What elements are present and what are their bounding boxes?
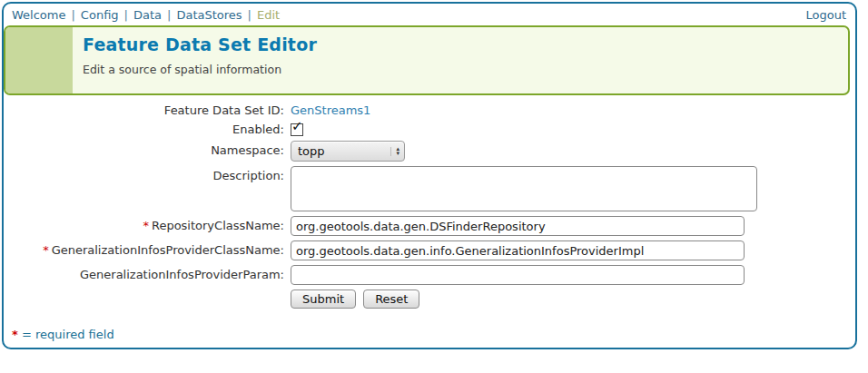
form-row-enabled: Enabled: ✓ xyxy=(4,122,855,136)
feature-data-set-id-label: Feature Data Set ID: xyxy=(4,103,291,117)
breadcrumb-separator: | xyxy=(71,8,74,22)
required-field-note: * = required field xyxy=(12,328,114,341)
breadcrumb-link-data[interactable]: Data xyxy=(133,8,162,22)
page-subtitle: Edit a source of spatial information xyxy=(83,63,317,76)
submit-button[interactable]: Submit xyxy=(291,290,356,309)
generalization-infos-provider-class-name-label-text: GeneralizationInfosProviderClassName: xyxy=(52,243,284,257)
feature-data-set-id-value: GenStreams1 xyxy=(291,103,370,117)
description-label: Description: xyxy=(4,166,291,182)
form-row-generalization-infos-provider-class-name: *GeneralizationInfosProviderClassName: xyxy=(4,240,855,260)
checkmark-icon: ✓ xyxy=(291,120,303,133)
breadcrumb: Welcome | Config | Data | DataStores | E… xyxy=(12,8,280,22)
required-asterisk: * xyxy=(12,328,18,341)
generalization-infos-provider-param-input[interactable] xyxy=(291,265,745,285)
form-row-namespace: Namespace: topp ▴ ▾ xyxy=(4,141,855,162)
form-row-feature-data-set-id: Feature Data Set ID: GenStreams1 xyxy=(4,103,855,117)
generalization-infos-provider-class-name-label: *GeneralizationInfosProviderClassName: xyxy=(4,240,291,257)
page-header-panel: Feature Data Set Editor Edit a source of… xyxy=(4,25,850,95)
breadcrumb-separator: | xyxy=(167,8,171,22)
select-stepper-icon: ▴ ▾ xyxy=(390,147,399,156)
namespace-selected-value: topp xyxy=(298,144,325,158)
top-navigation-bar: Welcome | Config | Data | DataStores | E… xyxy=(4,4,855,25)
main-window: Welcome | Config | Data | DataStores | E… xyxy=(2,2,857,349)
required-asterisk: * xyxy=(143,219,149,232)
header-accent-strip xyxy=(5,27,73,93)
enabled-checkbox[interactable]: ✓ xyxy=(291,123,303,136)
namespace-label: Namespace: xyxy=(4,141,291,157)
generalization-infos-provider-class-name-input[interactable] xyxy=(291,240,745,260)
breadcrumb-link-config[interactable]: Config xyxy=(81,8,119,22)
page-title: Feature Data Set Editor xyxy=(83,34,317,54)
enabled-label: Enabled: xyxy=(4,122,291,136)
form-row-generalization-infos-provider-param: GeneralizationInfosProviderParam: xyxy=(4,265,855,285)
required-note-text: = required field xyxy=(22,328,114,341)
buttons-spacer xyxy=(4,290,291,292)
required-asterisk: * xyxy=(43,243,49,257)
form-buttons-row: Submit Reset xyxy=(4,290,855,309)
feature-data-set-form: Feature Data Set ID: GenStreams1 Enabled… xyxy=(4,95,855,309)
stepper-down-icon: ▾ xyxy=(396,152,399,156)
reset-button[interactable]: Reset xyxy=(363,290,419,309)
breadcrumb-separator: | xyxy=(248,8,252,22)
breadcrumb-link-datastores[interactable]: DataStores xyxy=(176,8,242,22)
breadcrumb-current-edit: Edit xyxy=(257,8,280,22)
breadcrumb-separator: | xyxy=(124,8,128,22)
description-textarea[interactable] xyxy=(291,166,757,211)
repository-class-name-label: *RepositoryClassName: xyxy=(4,216,291,232)
form-row-repository-class-name: *RepositoryClassName: xyxy=(4,216,855,236)
namespace-select[interactable]: topp ▴ ▾ xyxy=(291,141,405,162)
generalization-infos-provider-param-label: GeneralizationInfosProviderParam: xyxy=(4,265,291,281)
breadcrumb-link-welcome[interactable]: Welcome xyxy=(12,8,65,22)
logout-link[interactable]: Logout xyxy=(805,8,846,22)
form-row-description: Description: xyxy=(4,166,855,211)
repository-class-name-label-text: RepositoryClassName: xyxy=(152,219,284,232)
header-text-block: Feature Data Set Editor Edit a source of… xyxy=(73,27,317,93)
repository-class-name-input[interactable] xyxy=(291,216,745,236)
